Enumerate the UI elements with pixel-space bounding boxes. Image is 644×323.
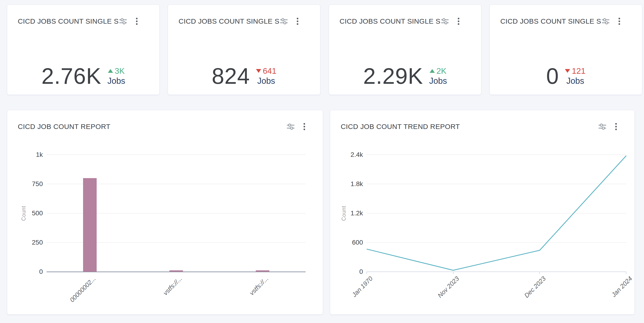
kebab-menu-button[interactable] xyxy=(135,16,139,26)
bar[interactable] xyxy=(170,270,183,272)
y-axis-tick-label: 750 xyxy=(32,180,43,188)
kebab-menu-button[interactable] xyxy=(617,16,621,26)
x-axis-tick-label: Nov 2023 xyxy=(436,275,461,299)
delta-line: 641 xyxy=(256,66,276,75)
x-axis-tick-label: Jan 2024 xyxy=(610,275,634,298)
stat-body: 0 121 Jobs xyxy=(490,65,642,87)
card-actions xyxy=(440,16,460,26)
delta-arrow-icon xyxy=(565,69,570,73)
y-axis-label: Count xyxy=(20,206,27,221)
delta-arrow-icon xyxy=(108,69,113,73)
delta-value: 641 xyxy=(263,66,276,75)
trend-chart-panel: CICD JOB COUNT TREND REPORT Count 06001.… xyxy=(330,110,635,314)
sliders-icon xyxy=(441,18,448,24)
bar-chart-panel: CICD JOB COUNT REPORT Count 02505007501k… xyxy=(7,110,323,314)
y-axis-tick-label: 1.8k xyxy=(350,180,363,188)
stat-card-1: CICD JOBS COUNT SINGLE S... 2.76K 3K Job… xyxy=(7,5,160,95)
kebab-menu-icon xyxy=(296,18,298,25)
filter-settings-button[interactable] xyxy=(279,17,288,26)
card-actions xyxy=(601,16,621,26)
delta-line: 121 xyxy=(565,66,585,75)
delta-value: 3K xyxy=(115,66,125,75)
y-axis-tick-label: 600 xyxy=(352,239,363,246)
trend-line[interactable] xyxy=(367,156,626,270)
kebab-menu-icon xyxy=(615,123,617,130)
axis-tick xyxy=(540,272,540,274)
x-axis-tick-label: vstfs://... xyxy=(248,275,270,297)
filter-settings-button[interactable] xyxy=(440,17,450,26)
kebab-menu-icon xyxy=(303,123,306,130)
bar[interactable] xyxy=(83,178,97,272)
filter-settings-button[interactable] xyxy=(118,17,128,26)
bar-chart-plot: Count 02505007501k00000002...vstfs://...… xyxy=(46,155,306,272)
sliders-icon xyxy=(287,123,294,130)
stat-value: 0 xyxy=(546,65,559,87)
y-axis-tick-label: 1k xyxy=(36,151,43,158)
delta-line: 3K xyxy=(108,66,125,75)
y-axis-tick-label: 0 xyxy=(39,268,43,276)
line-chart-plot: Count 06001.2k1.8k2.4kJan 1970Nov 2023De… xyxy=(367,155,626,272)
kebab-menu-button[interactable] xyxy=(614,122,618,131)
sliders-icon xyxy=(280,18,288,24)
card-title: CICD JOB COUNT TREND REPORT xyxy=(341,123,460,130)
stat-unit: Jobs xyxy=(108,76,125,86)
sliders-icon xyxy=(602,18,609,24)
delta-arrow-icon xyxy=(430,69,435,73)
delta-line: 2K xyxy=(429,66,447,75)
kebab-menu-button[interactable] xyxy=(296,16,300,26)
stat-value: 824 xyxy=(212,65,250,87)
stat-unit: Jobs xyxy=(256,76,276,86)
bar[interactable] xyxy=(256,270,269,272)
y-axis-label-wrap: Count xyxy=(339,155,348,272)
kebab-menu-icon xyxy=(458,18,460,25)
card-actions xyxy=(286,122,306,131)
sliders-icon xyxy=(119,18,127,24)
delta-value: 2K xyxy=(436,66,446,75)
sliders-icon xyxy=(598,123,606,130)
filter-settings-button[interactable] xyxy=(598,122,607,131)
stat-card-3: CICD JOBS COUNT SINGLE S... 2.29K 2K Job… xyxy=(329,5,481,95)
stat-value: 2.76K xyxy=(42,65,101,87)
card-title: CICD JOBS COUNT SINGLE S... xyxy=(18,17,118,25)
card-actions xyxy=(118,16,139,26)
kebab-menu-button[interactable] xyxy=(302,122,306,131)
card-title: CICD JOBS COUNT SINGLE S... xyxy=(340,17,440,25)
y-axis-tick-label: 0 xyxy=(359,268,363,276)
filter-settings-button[interactable] xyxy=(286,122,295,131)
stat-delta: 2K Jobs xyxy=(429,66,447,86)
stat-card-4: CICD JOBS COUNT SINGLE S... 0 121 Jobs xyxy=(490,5,642,95)
stat-unit: Jobs xyxy=(565,76,585,86)
filter-settings-button[interactable] xyxy=(601,17,610,26)
dashboard-page: { "colors": { "up": "#4faf80", "down": "… xyxy=(0,0,644,323)
y-axis-tick-label: 250 xyxy=(32,239,43,246)
gridline xyxy=(46,154,306,155)
y-axis-tick-label: 1.2k xyxy=(350,210,363,217)
card-title: CICD JOBS COUNT SINGLE S... xyxy=(178,17,279,25)
stat-card-2: CICD JOBS COUNT SINGLE S... 824 641 Jobs xyxy=(168,5,320,95)
delta-value: 121 xyxy=(572,66,585,75)
axis-tick xyxy=(453,272,454,274)
kebab-menu-icon xyxy=(136,18,138,25)
card-title: CICD JOB COUNT REPORT xyxy=(18,123,110,130)
card-actions xyxy=(598,122,618,131)
stat-delta: 121 Jobs xyxy=(565,66,585,86)
y-axis-label: Count xyxy=(341,206,347,221)
kebab-menu-icon xyxy=(618,18,620,25)
line-chart-svg xyxy=(367,155,626,272)
delta-arrow-icon xyxy=(256,69,261,73)
kebab-menu-button[interactable] xyxy=(456,16,460,26)
x-axis-tick-label: vstfs://... xyxy=(162,275,184,297)
card-actions xyxy=(279,16,300,26)
stat-value: 2.29K xyxy=(363,65,423,87)
x-axis-tick-label: Dec 2023 xyxy=(523,275,547,299)
stat-delta: 3K Jobs xyxy=(108,66,125,86)
stat-delta: 641 Jobs xyxy=(256,66,276,86)
axis-tick xyxy=(626,272,626,274)
x-axis-tick-label: Jan 1970 xyxy=(350,275,374,298)
y-axis-label-wrap: Count xyxy=(19,155,28,272)
y-axis-tick-label: 500 xyxy=(32,210,43,217)
card-title: CICD JOBS COUNT SINGLE S... xyxy=(500,17,601,25)
x-axis-tick-label: 00000002... xyxy=(68,275,97,304)
y-axis-tick-label: 2.4k xyxy=(350,151,363,158)
stat-body: 824 641 Jobs xyxy=(168,65,320,87)
